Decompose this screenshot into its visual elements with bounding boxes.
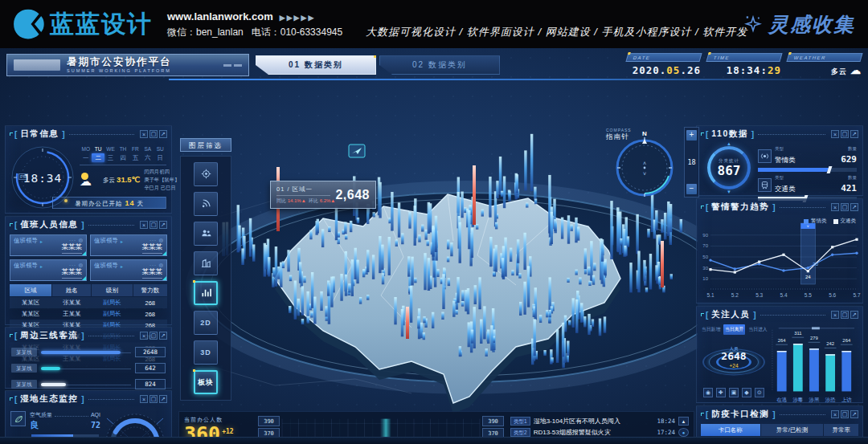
panel-window-icon[interactable]: ▢ [149, 221, 158, 229]
data-category-tabs: 01 数据类别02 数据类别 [256, 55, 500, 75]
tab-data-category-2[interactable]: 02 数据类别 [379, 55, 500, 75]
panel-close-icon[interactable]: × [140, 332, 148, 340]
panel-close-icon[interactable]: × [140, 395, 148, 403]
weekday-cell: 三 [104, 153, 117, 162]
panel-close-icon[interactable]: × [831, 311, 839, 319]
panel-expand-icon[interactable]: ↗ [850, 130, 858, 138]
svg-text:24: 24 [805, 275, 811, 279]
services-tagline: 大数据可视化设计 / 软件界面设计 / 网站建设 / 手机及小程序设计 / 软件… [366, 25, 747, 39]
focus-filter-icon[interactable]: ⊙ [755, 388, 764, 397]
platform-subtitle: SUMMER WORKING PLATFORM [67, 69, 172, 74]
panel-expand-icon[interactable]: ↗ [159, 130, 167, 138]
zoom-in-button[interactable]: + [686, 130, 697, 141]
time-value: 18:34:29 [707, 64, 781, 76]
panel-close-icon[interactable]: × [140, 130, 148, 138]
focus-tab[interactable]: 当日新增 [700, 324, 722, 335]
legend-label: 交通类 [841, 218, 857, 225]
zoom-out-button[interactable]: − [686, 184, 697, 194]
focus-filter-icon[interactable]: ◉ [703, 388, 713, 397]
panel-expand-icon[interactable]: ↗ [159, 221, 167, 229]
more-dots-icon[interactable]: ··· ◎ [149, 262, 164, 267]
panel-window-icon[interactable]: ▢ [841, 130, 849, 138]
svg-text:264: 264 [778, 338, 787, 343]
panel-window-icon[interactable]: ▢ [841, 311, 849, 319]
panel-close-icon[interactable]: × [831, 410, 839, 418]
panel-expand-icon[interactable]: ↗ [850, 311, 858, 319]
panel-window-icon[interactable]: ▢ [149, 130, 158, 138]
layer-button-building[interactable] [194, 251, 218, 275]
tab-data-category-1[interactable]: 01 数据类别 [256, 55, 376, 75]
more-dots-icon[interactable]: ··· ◎ [149, 237, 164, 242]
svg-text:10: 10 [702, 276, 708, 281]
scroll-up-icon[interactable]: ▲ [678, 417, 689, 426]
panel-expand-icon[interactable]: ↗ [159, 332, 167, 340]
weekday-cell: 六 [141, 153, 154, 162]
flow-bar-fill [41, 351, 121, 354]
panel-window-icon[interactable]: ▢ [841, 410, 849, 418]
dashboard-footer [0, 437, 868, 444]
slider-thumb[interactable] [826, 166, 832, 173]
panel-title: 湿地生态监控 [20, 393, 78, 405]
panel-expand-icon[interactable]: ↗ [850, 203, 858, 211]
weekday-cell: SA [141, 145, 154, 153]
flow-line-label: 某某线 [11, 364, 37, 373]
layer-button-signal[interactable] [194, 192, 218, 216]
duty-table-header: 区域姓名级别警力数 [10, 284, 167, 296]
alert-time: 18:24 [657, 418, 675, 425]
svg-text:90: 90 [702, 233, 708, 238]
focus-ring-delta: +24 [702, 363, 766, 369]
svg-text:上访: 上访 [841, 397, 852, 402]
compass: COMPASS 指南针 N ˄ ˅ [606, 128, 680, 202]
layer-button-板块[interactable]: 板块 [194, 370, 218, 394]
svg-text:N: N [642, 130, 647, 137]
plane-marker-icon [349, 145, 365, 157]
flow-bar-fill [41, 367, 60, 370]
flow-bar-track [41, 365, 131, 373]
air-quality-row: 空气质量AQI 良72 [9, 409, 102, 438]
panel-title: 周边三线客流 [20, 330, 78, 341]
focus-filter-icon[interactable]: ✚ [716, 388, 726, 397]
focus-tab[interactable]: 当日离开 [723, 324, 745, 335]
weekday-cell: TU [92, 145, 104, 153]
svg-text:279: 279 [810, 336, 818, 340]
layer-button-camera[interactable] [194, 162, 218, 186]
alert-item[interactable]: 类型2RD13-53烟感报警疑似火灾17:24● [510, 426, 689, 438]
layer-button-people[interactable] [194, 222, 218, 246]
weekday-row-en: MOTUWETHFRSASU [80, 145, 166, 153]
panel-window-icon[interactable]: ▢ [149, 395, 158, 403]
panel-close-icon[interactable]: × [140, 221, 148, 229]
panel-close-icon[interactable]: × [831, 130, 839, 138]
weekday-cell: 一 [80, 153, 92, 162]
count-label: 数量 [841, 175, 857, 180]
panel-title: 值班人员信息 [20, 219, 78, 230]
focus-tab[interactable]: 当日进入 [747, 324, 768, 335]
zoom-level: 18 [687, 158, 695, 166]
alert-item[interactable]: 类型1湿地3-104片区有不明人员闯入18:24▲ [510, 415, 689, 426]
count-label: 数量 [841, 146, 857, 151]
flow-bar-value: 642 [135, 363, 166, 373]
panel-expand-icon[interactable]: ↗ [159, 395, 167, 403]
panel-window-icon[interactable]: ▢ [841, 203, 849, 211]
stat-ring: ▲ 分类统计 867 ▼ [700, 143, 758, 193]
more-dots-icon[interactable]: ··· ◎ [69, 262, 84, 267]
panel-110-data: [110数据]×▢↗ ▲ 分类统计 867 ▼ 类型警情类数量629类型交通类数… [696, 125, 863, 196]
checkpoint-col-header[interactable]: 卡口名称 [701, 424, 760, 436]
panel-window-icon[interactable]: ▢ [149, 332, 158, 340]
scroll-dot-icon[interactable]: ● [678, 428, 689, 437]
layer-button-3D[interactable]: 3D [194, 340, 218, 365]
panel-expand-icon[interactable]: ↗ [850, 410, 858, 418]
chevron-right-icon: ▸ [40, 263, 43, 269]
more-dots-icon[interactable]: ··· ◎ [69, 237, 84, 242]
brand-website[interactable]: www.lanlanwork.com [167, 10, 273, 22]
inspiration-collect[interactable]: 灵感收集 [743, 11, 855, 38]
compass-label-cn: 指南针 [606, 132, 632, 141]
panel-close-icon[interactable]: × [831, 203, 839, 211]
focus-filter-icon[interactable]: ◆ [742, 388, 751, 397]
category-progress[interactable] [758, 168, 857, 172]
panel-title: 警情警力趋势 [711, 202, 769, 213]
layer-button-bar-chart[interactable] [194, 281, 218, 305]
focus-filter-icon[interactable]: ▣ [729, 388, 739, 397]
layer-button-2D[interactable]: 2D [194, 311, 218, 335]
weekday-cell: 四 [117, 153, 129, 162]
y-tick-box: 390 [482, 416, 504, 426]
